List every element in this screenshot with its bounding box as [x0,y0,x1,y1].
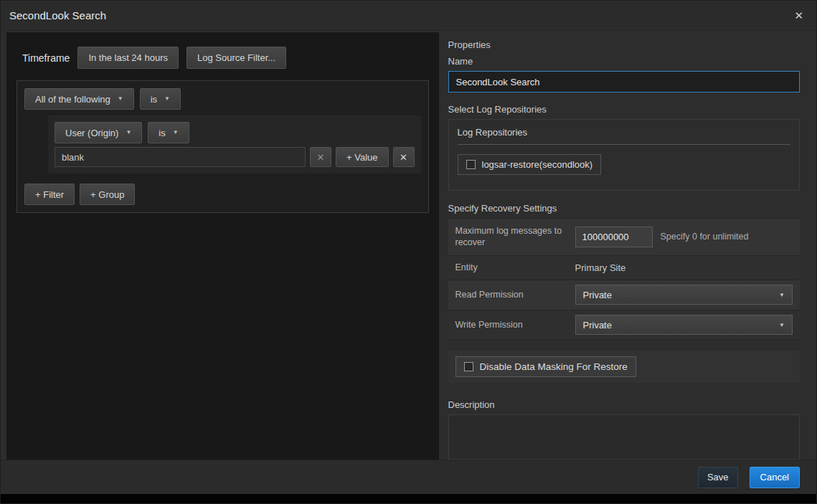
filter-value-input[interactable] [55,147,306,167]
max-messages-input[interactable] [575,227,653,247]
group-operator-row: All of the following ▼ is ▼ [24,88,421,110]
cancel-button[interactable]: Cancel [750,467,800,488]
table-row-entity: Entity Primary Site [448,255,801,280]
read-permission-dropdown[interactable]: Private ▼ [575,285,793,305]
page-title: SecondLook Search [9,9,106,22]
secondlook-search-dialog: SecondLook Search ✕ Timeframe In the las… [0,0,817,504]
masking-strip: Disable Data Masking For Restore [448,351,801,383]
timeframe-row: Timeframe In the last 24 hours Log Sourc… [22,47,429,69]
table-row-max-messages: Maximum log messages to recover Specify … [448,218,801,255]
properties-heading: Properties [448,39,801,50]
save-button-label: Save [707,472,729,482]
name-input[interactable] [448,71,801,92]
write-permission-value: Private [583,320,612,331]
group-condition-dropdown[interactable]: is ▼ [140,88,181,110]
filter-group-actions: + Filter + Group [24,184,421,205]
filter-condition-dropdown[interactable]: is ▼ [148,122,189,143]
chevron-down-icon: ▼ [164,96,170,102]
properties-panel: Properties Name Select Log Repositories … [448,32,801,460]
timeframe-label: Timeframe [22,52,70,64]
filter-field-label: User (Origin) [65,128,118,138]
repository-item-label: logsar-restore(secondlook) [482,159,593,170]
filter-group: All of the following ▼ is ▼ User (Origin… [16,80,429,213]
filter-field-dropdown[interactable]: User (Origin) ▼ [55,122,142,143]
timeframe-button-label: In the last 24 hours [88,52,168,63]
repository-item[interactable]: logsar-restore(secondlook) [458,154,602,175]
titlebar: SecondLook Search ✕ [1,1,816,31]
add-value-button[interactable]: + Value [336,147,389,167]
add-value-label: + Value [346,152,378,163]
remove-filter-button[interactable]: ✕ [393,147,415,167]
entity-cell: Primary Site [572,256,801,280]
read-permission-value: Private [583,290,612,300]
chevron-down-icon: ▼ [118,96,123,102]
add-filter-button[interactable]: + Filter [24,184,75,205]
select-repositories-label: Select Log Repositories [448,104,801,115]
log-source-filter-button[interactable]: Log Source Filter... [186,47,286,69]
add-group-button[interactable]: + Group [80,184,135,205]
disable-masking-label: Disable Data Masking For Restore [480,361,628,372]
description-textarea[interactable] [448,414,801,460]
max-messages-hint: Specify 0 for unlimited [661,232,749,242]
recovery-settings-label: Specify Recovery Settings [448,203,801,214]
window-bottom-edge [1,494,816,503]
write-permission-cell: Private ▼ [572,310,801,340]
query-builder-panel: Timeframe In the last 24 hours Log Sourc… [6,32,439,460]
remove-icon: ✕ [317,152,325,163]
chevron-down-icon: ▼ [779,292,785,298]
write-permission-label: Write Permission [448,310,572,340]
read-permission-cell: Private ▼ [572,280,801,310]
dialog-content: Timeframe In the last 24 hours Log Sourc… [1,31,816,460]
filter-value-row: ✕ + Value ✕ [55,147,415,167]
max-messages-label: Maximum log messages to recover [448,219,572,255]
add-group-label: + Group [90,189,124,200]
recovery-settings-table: Maximum log messages to recover Specify … [448,218,801,341]
log-source-filter-label: Log Source Filter... [197,52,275,63]
name-label: Name [448,56,801,67]
disable-masking-checkbox[interactable] [464,362,473,371]
log-repositories-header: Log Repositories [458,127,791,145]
group-condition-label: is [151,94,157,105]
read-permission-label: Read Permission [448,280,572,310]
filter-condition-label: is [159,128,165,138]
table-row-write-permission: Write Permission Private ▼ [448,310,801,340]
save-button[interactable]: Save [698,467,738,488]
remove-icon: ✕ [400,152,407,163]
remove-value-button[interactable]: ✕ [310,147,331,167]
filter-row: User (Origin) ▼ is ▼ ✕ [48,115,421,173]
disable-masking-option[interactable]: Disable Data Masking For Restore [455,356,636,377]
close-icon[interactable]: ✕ [791,9,806,22]
max-messages-cell: Specify 0 for unlimited [572,219,801,255]
chevron-down-icon: ▼ [126,130,131,135]
entity-value: Primary Site [575,262,626,273]
timeframe-button[interactable]: In the last 24 hours [77,47,179,69]
chevron-down-icon: ▼ [173,130,179,135]
entity-label: Entity [448,256,572,280]
log-repositories-box: Log Repositories logsar-restore(secondlo… [448,119,801,191]
table-row-read-permission: Read Permission Private ▼ [448,280,801,310]
group-operator-dropdown[interactable]: All of the following ▼ [24,88,134,110]
write-permission-dropdown[interactable]: Private ▼ [575,315,793,335]
chevron-down-icon: ▼ [779,322,785,328]
add-filter-label: + Filter [35,189,64,200]
filter-field-row: User (Origin) ▼ is ▼ [55,122,415,143]
description-label: Description [448,399,801,410]
repository-checkbox[interactable] [466,160,476,169]
group-operator-label: All of the following [35,94,110,105]
dialog-footer: Save Cancel [1,460,816,494]
cancel-button-label: Cancel [760,472,789,482]
